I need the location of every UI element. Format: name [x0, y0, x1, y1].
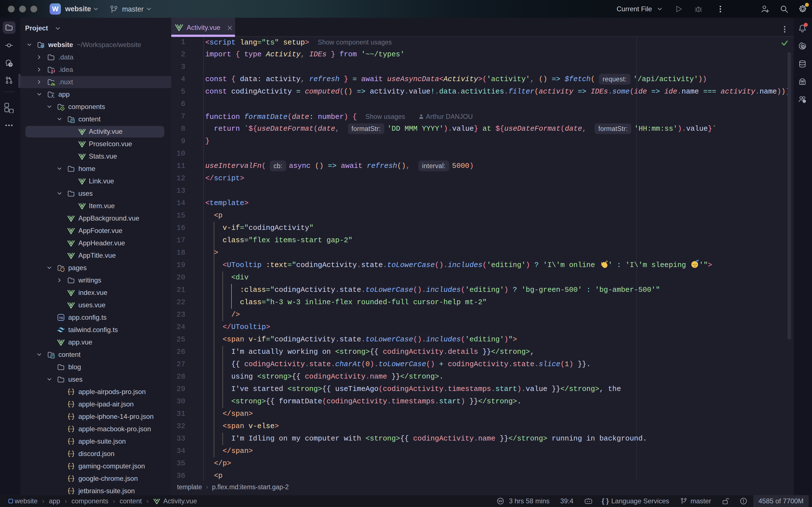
- svg-text:TS: TS: [59, 316, 63, 320]
- svg-text:?: ?: [10, 63, 12, 67]
